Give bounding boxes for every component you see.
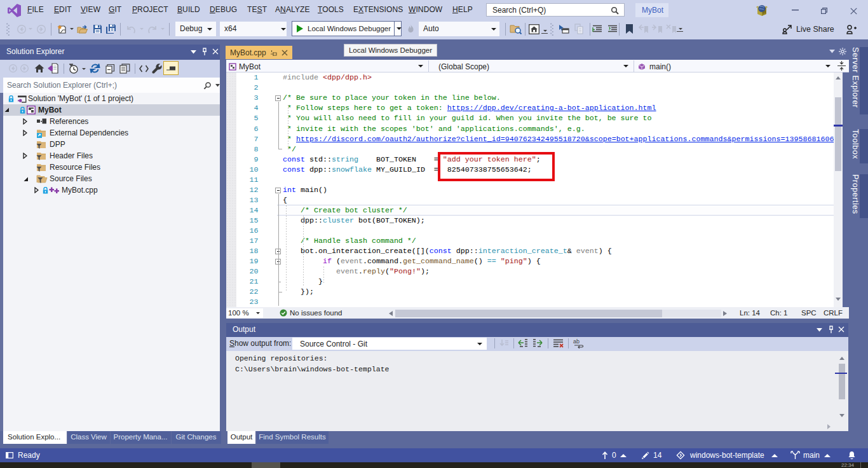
svg-text:ab: ab [573, 338, 580, 345]
